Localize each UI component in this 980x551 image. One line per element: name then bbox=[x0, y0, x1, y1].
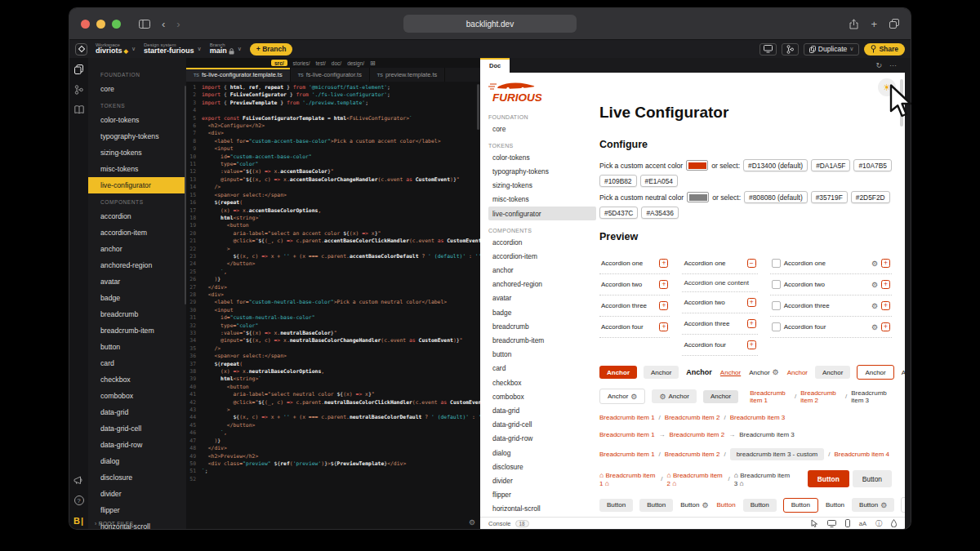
doc-nav-item-breadcrumb-item[interactable]: breadcrumb-item bbox=[488, 333, 596, 347]
workspace-switcher[interactable]: Workspace divriots◆ ∨ bbox=[96, 42, 136, 56]
doc-nav-item-dialog[interactable]: dialog bbox=[488, 446, 596, 460]
expand-icon[interactable]: + bbox=[881, 259, 890, 268]
doc-nav-item-data-grid[interactable]: data-grid bbox=[488, 403, 596, 417]
anchor-neutral[interactable]: Anchor bbox=[815, 366, 850, 379]
accordion-item[interactable]: Accordion two+ bbox=[682, 292, 757, 313]
tree-item-misc-tokens[interactable]: misc-tokens bbox=[88, 161, 186, 177]
back-button[interactable]: ‹ bbox=[162, 18, 165, 30]
expand-icon[interactable]: + bbox=[659, 322, 668, 331]
anchor-plain[interactable]: Anchor bbox=[901, 366, 905, 379]
checkbox[interactable] bbox=[772, 301, 781, 310]
tree-item-live-configurator[interactable]: live-configurator bbox=[88, 177, 186, 193]
forward-button[interactable]: › bbox=[176, 18, 180, 30]
accordion-item[interactable]: Accordion two⚙+ bbox=[770, 274, 892, 295]
doc-nav-item-data-grid-row[interactable]: data-grid-row bbox=[488, 432, 596, 446]
share-button[interactable]: Share bbox=[864, 43, 905, 56]
doc-nav-item-badge[interactable]: badge bbox=[488, 305, 596, 319]
doc-nav-item-sizing-tokens[interactable]: sizing-tokens bbox=[488, 179, 596, 193]
text-size-icon[interactable]: aA bbox=[859, 520, 866, 527]
accordion-item[interactable]: Accordion one⚙+ bbox=[770, 253, 892, 274]
color-option-button[interactable]: #109B82 bbox=[599, 175, 637, 187]
expand-icon[interactable]: + bbox=[747, 319, 756, 328]
button-neutral[interactable]: Button⚙ bbox=[852, 498, 894, 512]
doc-nav-item-anchor[interactable]: anchor bbox=[488, 264, 596, 278]
design-system-switcher[interactable]: Design system starter-furious ∨ bbox=[144, 42, 202, 56]
breadcrumb-item[interactable]: Breadcrumb item 2 bbox=[670, 431, 725, 438]
doc-nav-item-core[interactable]: core bbox=[488, 122, 596, 136]
color-option-button[interactable]: #808080 (default) bbox=[744, 191, 808, 203]
more-options-icon[interactable]: ··· bbox=[889, 61, 897, 69]
breadcrumb-item[interactable]: Breadcrumb item 1 bbox=[599, 414, 655, 421]
doc-nav-item-combobox[interactable]: combobox bbox=[488, 389, 596, 403]
breadcrumb-item[interactable]: Breadcrumb item 3 bbox=[730, 414, 786, 421]
tree-item-anchored-region[interactable]: anchored-region bbox=[88, 257, 186, 273]
color-option-button[interactable]: #35719F bbox=[811, 191, 848, 203]
editor-scrollbar[interactable] bbox=[477, 84, 479, 130]
preview-mode-button[interactable] bbox=[760, 43, 777, 56]
tree-item-badge[interactable]: badge bbox=[88, 290, 186, 306]
tree-item-data-grid[interactable]: data-grid bbox=[88, 404, 186, 420]
tree-item-divider[interactable]: divider bbox=[88, 486, 186, 502]
editor-filter-test[interactable]: test/ bbox=[316, 60, 326, 66]
color-option-button[interactable]: #2D5F2D bbox=[851, 191, 890, 203]
doc-nav-item-breadcrumb[interactable]: breadcrumb bbox=[488, 319, 596, 333]
files-icon[interactable] bbox=[74, 64, 83, 74]
doc-nav-item-divider[interactable]: divider bbox=[488, 473, 596, 487]
doc-nav-item-accordion[interactable]: accordion bbox=[488, 235, 596, 249]
new-tab-icon[interactable]: + bbox=[871, 18, 877, 30]
expand-icon[interactable]: + bbox=[881, 301, 890, 310]
breadcrumb-item[interactable]: Breadcrumb item 1 bbox=[599, 431, 655, 438]
editor-filter-design[interactable]: design/ bbox=[347, 60, 364, 66]
theme-ink-icon[interactable] bbox=[891, 519, 897, 527]
button-plain[interactable]: Button bbox=[825, 499, 845, 512]
color-option-button[interactable]: #A35436 bbox=[641, 207, 679, 219]
doc-nav-item-horizontal-scroll[interactable]: horizontal-scroll bbox=[488, 502, 596, 516]
doc-nav-item-disclosure[interactable]: disclosure bbox=[488, 460, 596, 473]
anchor-plain-bold[interactable]: Anchor bbox=[685, 366, 713, 380]
breadcrumb-item[interactable]: Breadcrumb item 3 bbox=[851, 389, 892, 404]
anchor-outline[interactable]: Anchor bbox=[857, 365, 893, 380]
tree-item-avatar[interactable]: avatar bbox=[88, 273, 186, 290]
desktop-preview-icon[interactable] bbox=[827, 520, 836, 527]
checkbox[interactable] bbox=[772, 259, 781, 268]
tree-item-anchor[interactable]: anchor bbox=[88, 241, 186, 257]
tab-doc[interactable]: Doc bbox=[480, 58, 510, 73]
feedback-megaphone-icon[interactable] bbox=[74, 476, 84, 485]
color-option-button[interactable]: #DA1A5F bbox=[811, 159, 850, 171]
backlight-logo[interactable]: B| bbox=[74, 516, 84, 526]
docs-book-icon[interactable] bbox=[74, 105, 84, 114]
tab-overview-icon[interactable] bbox=[889, 19, 899, 29]
git-actions-button[interactable] bbox=[782, 43, 799, 56]
doc-nav-item-listbox[interactable]: listbox bbox=[488, 516, 596, 517]
doc-nav-item-live-configurator[interactable]: live-configurator bbox=[488, 207, 596, 220]
tree-item-combobox[interactable]: combobox bbox=[88, 388, 186, 404]
breadcrumb-item[interactable]: Breadcrumb item 2 bbox=[800, 389, 841, 404]
expand-icon[interactable]: + bbox=[659, 280, 668, 289]
info-icon[interactable]: ⓘ bbox=[875, 519, 882, 528]
accordion-item[interactable]: Accordion three+ bbox=[599, 295, 670, 317]
breadcrumb-item[interactable]: Breadcrumb item 2 bbox=[665, 451, 720, 458]
refresh-icon[interactable]: ↻ bbox=[875, 61, 882, 69]
tree-item-accordion[interactable]: accordion bbox=[88, 208, 186, 224]
breadcrumb-item[interactable]: ⌂ Breadcrumb item 2 ⌂ bbox=[666, 471, 724, 487]
anchor-neutral[interactable]: Anchor bbox=[644, 366, 679, 379]
editor-filter-stories[interactable]: stories/ bbox=[293, 60, 310, 66]
doc-nav-item-typography-tokens[interactable]: typography-tokens bbox=[488, 164, 596, 178]
tree-item-card[interactable]: card bbox=[88, 355, 186, 371]
expand-icon[interactable]: + bbox=[659, 301, 668, 310]
doc-nav-item-checkbox[interactable]: checkbox bbox=[488, 375, 596, 389]
breadcrumb-item[interactable]: ⌂ Breadcrumb item 1 ⌂ bbox=[599, 471, 657, 487]
doc-nav-item-flipper[interactable]: flipper bbox=[488, 488, 596, 502]
breadcrumb-item[interactable]: Breadcrumb item 1 bbox=[599, 451, 655, 458]
close-window-button[interactable] bbox=[81, 20, 90, 29]
editor-filter-doc[interactable]: doc/ bbox=[332, 60, 341, 66]
root-files-toggle[interactable]: › ROOT FILES bbox=[95, 521, 133, 527]
doc-nav-item-color-tokens[interactable]: color-tokens bbox=[488, 150, 596, 164]
tree-item-data-grid-cell[interactable]: data-grid-cell bbox=[88, 420, 186, 437]
accordion-item[interactable]: Accordion four+ bbox=[599, 317, 670, 338]
color-option-button[interactable]: #5D437C bbox=[599, 207, 638, 219]
tree-item-typography-tokens[interactable]: typography-tokens bbox=[88, 128, 186, 144]
console-toggle[interactable]: Console bbox=[488, 520, 511, 527]
expand-icon[interactable]: + bbox=[881, 280, 890, 289]
tree-item-core[interactable]: core bbox=[88, 81, 186, 97]
